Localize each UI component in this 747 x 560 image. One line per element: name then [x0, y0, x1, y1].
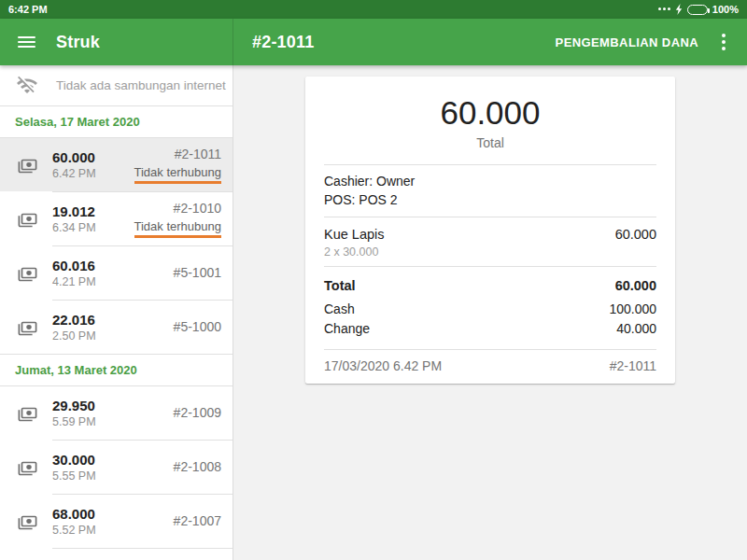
- money-icon: [16, 208, 38, 231]
- date-header: Jumat, 13 Maret 2020: [0, 354, 233, 386]
- receipt-list-item[interactable]: 60.000 6.42 PM #2-1011 Tidak terhubung: [0, 138, 233, 191]
- app-bar-left: Struk: [0, 19, 233, 65]
- receipt-amount: 29.950: [52, 397, 174, 414]
- receipt-sync-status: Tidak terhubung: [134, 165, 221, 184]
- page-title: Struk: [56, 33, 100, 52]
- line-item-qty-price: 2 x 30.000: [324, 244, 656, 260]
- receipt-total-label: Total: [324, 135, 656, 150]
- receipt-time: 6.42 PM: [52, 166, 134, 182]
- receipt-list-item[interactable]: 22.016 2.50 PM #5-1000: [0, 301, 233, 354]
- receipt-time: 4.21 PM: [52, 274, 174, 290]
- receipt-line-item: Kue Lapis 60.000 2 x 30.000: [324, 217, 656, 266]
- summary-value-change: 40.000: [616, 319, 656, 339]
- receipt-time: 6.34 PM: [52, 220, 134, 236]
- receipt-time: 2.50 PM: [52, 329, 174, 344]
- battery-icon: [687, 5, 708, 15]
- receipt-list-item[interactable]: 68.000 5.52 PM #2-1007: [0, 495, 233, 548]
- receipt-amount: 60.000: [52, 148, 134, 166]
- summary-label-total: Total: [324, 276, 356, 296]
- cashier-line: Cashier: Owner: [324, 172, 656, 190]
- receipt-list-item[interactable]: 19.012 6.34 PM #2-1010 Tidak terhubung: [0, 192, 233, 245]
- receipt-number: #5-1000: [174, 318, 221, 336]
- line-item-amount: 60.000: [615, 225, 656, 244]
- receipt-info-block: Cashier: Owner POS: POS 2: [324, 165, 656, 217]
- receipt-time: 5.55 PM: [52, 469, 174, 484]
- wifi-off-icon: [16, 75, 38, 97]
- money-icon: [16, 262, 38, 285]
- status-bar: 6:42 PM 100%: [0, 0, 747, 19]
- receipt-card: 60.000 Total Cashier: Owner POS: POS 2 K…: [305, 77, 675, 384]
- receipt-amount: 30.000: [52, 451, 174, 469]
- receipt-number: #2-1011: [134, 146, 221, 163]
- menu-icon[interactable]: [18, 36, 35, 48]
- money-icon: [16, 316, 38, 339]
- app-bar: Struk #2-1011 PENGEMBALIAN DANA: [0, 19, 747, 65]
- receipt-footer-datetime: 17/03/2020 6.42 PM: [324, 358, 442, 373]
- battery-percent: 100%: [712, 4, 739, 15]
- receipt-number: #2-1009: [174, 404, 221, 422]
- receipt-number: #2-1008: [174, 458, 221, 476]
- summary-value-total: 60.000: [615, 276, 656, 296]
- status-indicators: 100%: [658, 4, 739, 15]
- receipt-total-amount: 60.000: [324, 93, 656, 133]
- receipt-sync-status: Tidak terhubung: [134, 219, 221, 238]
- money-icon: [16, 402, 38, 425]
- overflow-menu-icon[interactable]: [712, 26, 736, 58]
- status-time: 6:42 PM: [8, 4, 48, 15]
- receipt-total-block: 60.000 Total: [324, 77, 656, 164]
- receipt-number: #2-1010: [134, 200, 221, 217]
- receipt-list-item[interactable]: 30.000 5.55 PM #2-1008: [0, 441, 233, 494]
- app-bar-main: #2-1011 PENGEMBALIAN DANA: [233, 19, 747, 65]
- offline-banner-text: Tidak ada sambungan internet: [56, 78, 226, 92]
- receipt-time: 5.52 PM: [52, 523, 174, 539]
- receipt-amount: 60.016: [52, 257, 174, 274]
- money-icon: [16, 511, 38, 533]
- receipt-time: 5.59 PM: [52, 414, 174, 430]
- receipt-title: #2-1011: [252, 33, 314, 52]
- charging-bolt-icon: [675, 4, 683, 15]
- receipt-list-item[interactable]: 60.016 4.21 PM #5-1001: [0, 246, 233, 300]
- receipt-list-item[interactable]: 34.000 #2-1006: [0, 549, 233, 560]
- money-icon: [16, 154, 38, 176]
- offline-banner: Tidak ada sambungan internet: [0, 65, 233, 105]
- summary-value-cash: 100.000: [609, 300, 656, 319]
- receipt-list-item[interactable]: 29.950 5.59 PM #2-1009: [0, 386, 233, 440]
- pos-line: POS: POS 2: [324, 190, 656, 209]
- receipt-amount: 19.012: [52, 203, 134, 220]
- receipt-amount: 22.016: [52, 311, 174, 329]
- money-icon: [16, 456, 38, 479]
- receipt-summary-block: Total 60.000 Cash 100.000 Change 40.000: [324, 267, 656, 349]
- summary-label-cash: Cash: [324, 300, 355, 319]
- date-header: Selasa, 17 Maret 2020: [0, 105, 233, 138]
- receipt-number: #5-1001: [174, 264, 221, 282]
- receipt-detail-panel: 60.000 Total Cashier: Owner POS: POS 2 K…: [233, 65, 747, 560]
- refund-button[interactable]: PENGEMBALIAN DANA: [546, 28, 708, 57]
- line-item-name: Kue Lapis: [324, 225, 385, 244]
- app-screen: 6:42 PM 100% Struk #2-1011 PENGEMBALIAN …: [0, 0, 747, 560]
- receipt-list-sidebar: Tidak ada sambungan internet Selasa, 17 …: [0, 65, 233, 560]
- receipt-amount: 68.000: [52, 505, 174, 523]
- summary-label-change: Change: [324, 319, 370, 339]
- receipt-number: #2-1007: [174, 512, 221, 530]
- receipt-footer-number: #2-1011: [610, 358, 656, 373]
- signal-dots-icon: [658, 7, 670, 12]
- receipt-footer: 17/03/2020 6.42 PM #2-1011: [324, 350, 656, 384]
